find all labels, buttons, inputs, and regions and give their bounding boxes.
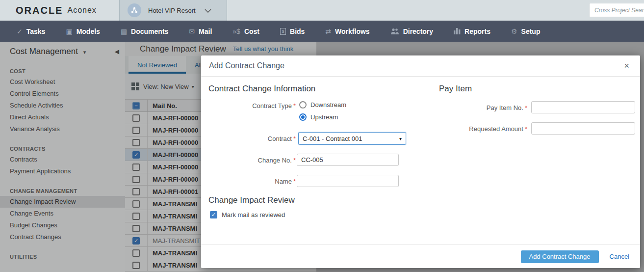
nav-reports[interactable]: Reports bbox=[454, 27, 490, 35]
label-text: Change No. bbox=[258, 157, 292, 164]
contract-type-label: Contract Type* bbox=[205, 102, 296, 109]
contract-label: Contract* bbox=[205, 135, 296, 142]
main-nav: ✓ Tasks ▣ Models ▤ Documents ✉ Mail »$ C… bbox=[0, 21, 644, 42]
pay-item-no-input[interactable] bbox=[531, 101, 635, 113]
nav-label: Mail bbox=[199, 27, 212, 35]
nav-label: Bids bbox=[290, 27, 305, 35]
label-text: Contract bbox=[268, 135, 292, 142]
nav-label: Workflows bbox=[335, 27, 370, 35]
app-header: ORACLE Aconex Hotel VIP Resort bbox=[0, 0, 644, 21]
required-marker: * bbox=[293, 135, 296, 142]
document-icon: ▤ bbox=[121, 28, 127, 35]
gear-icon: ⚙ bbox=[511, 28, 517, 35]
check-icon: ✓ bbox=[17, 28, 23, 35]
mail-icon: ✉ bbox=[189, 28, 195, 35]
radio-downstream[interactable]: Downstream bbox=[299, 101, 346, 109]
cube-icon: ▣ bbox=[66, 28, 72, 35]
requested-amount-input[interactable] bbox=[531, 122, 635, 135]
checkbox-label: Mark mail as reviewed bbox=[222, 211, 285, 218]
share-network-icon bbox=[130, 6, 138, 14]
required-marker: * bbox=[293, 178, 296, 185]
radio-selected-icon bbox=[299, 113, 307, 121]
content-area: Cost Management ▾ ◀ COST Cost Worksheet … bbox=[0, 42, 644, 272]
mark-mail-as-reviewed-checkbox[interactable]: ✓ Mark mail as reviewed bbox=[210, 211, 285, 218]
nav-models[interactable]: ▣ Models bbox=[66, 27, 100, 35]
nav-setup[interactable]: ⚙ Setup bbox=[511, 27, 540, 35]
project-name: Hotel VIP Resort bbox=[148, 7, 196, 14]
add-contract-change-button[interactable]: Add Contract Change bbox=[521, 250, 599, 263]
dialog-title: Add Contract Change bbox=[209, 61, 284, 70]
nav-directory[interactable]: Directory bbox=[390, 27, 433, 35]
selected-value: C-001 - Contract 001 bbox=[303, 135, 362, 142]
dialog-footer: Add Contract Change Cancel bbox=[201, 245, 640, 268]
required-marker: * bbox=[293, 157, 296, 164]
nav-label: Models bbox=[77, 27, 100, 35]
nav-label: Tasks bbox=[26, 27, 46, 35]
section-heading-contract-change-information: Contract Change Information bbox=[208, 84, 315, 94]
name-label: Name* bbox=[205, 178, 296, 185]
change-no-label: Change No.* bbox=[205, 157, 296, 164]
nav-label: Documents bbox=[131, 27, 168, 35]
project-selector[interactable]: Hotel VIP Resort bbox=[119, 0, 227, 21]
chevron-down-icon bbox=[205, 6, 211, 15]
change-no-input[interactable] bbox=[297, 154, 399, 166]
section-heading-pay-item: Pay Item bbox=[439, 84, 472, 94]
nav-cost[interactable]: »$ Cost bbox=[232, 27, 259, 35]
radio-label: Downstream bbox=[310, 101, 346, 109]
cancel-link[interactable]: Cancel bbox=[610, 253, 629, 260]
product-name: Aconex bbox=[67, 6, 96, 15]
add-contract-change-dialog: Add Contract Change × Contract Change In… bbox=[201, 55, 640, 268]
close-icon[interactable]: × bbox=[621, 61, 632, 71]
label-text: Requested Amount bbox=[469, 125, 523, 133]
pay-item-no-label: Pay Item No.* bbox=[437, 104, 527, 111]
cross-project-search-input[interactable] bbox=[589, 3, 644, 17]
requested-amount-label: Requested Amount* bbox=[437, 125, 527, 133]
nav-documents[interactable]: ▤ Documents bbox=[121, 27, 168, 35]
label-text: Contract Type bbox=[252, 102, 292, 109]
name-input[interactable] bbox=[297, 175, 399, 187]
nav-bids[interactable]: $ Bids bbox=[280, 27, 305, 35]
nav-label: Directory bbox=[403, 27, 433, 35]
nav-workflows[interactable]: ⇄ Workflows bbox=[325, 27, 369, 35]
nav-label: Setup bbox=[521, 27, 541, 35]
directory-icon bbox=[390, 28, 399, 34]
reports-icon bbox=[454, 28, 461, 34]
nav-mail[interactable]: ✉ Mail bbox=[189, 27, 212, 35]
cost-icon: »$ bbox=[232, 28, 240, 35]
nav-tasks[interactable]: ✓ Tasks bbox=[17, 27, 45, 35]
section-heading-change-impact-review: Change Impact Review bbox=[208, 195, 295, 205]
bids-icon: $ bbox=[280, 28, 286, 35]
project-avatar bbox=[128, 3, 141, 17]
dialog-header: Add Contract Change × bbox=[201, 55, 640, 77]
nav-label: Reports bbox=[464, 27, 490, 35]
checkbox-checked-icon: ✓ bbox=[210, 211, 217, 218]
radio-icon bbox=[299, 101, 307, 109]
workflows-icon: ⇄ bbox=[325, 28, 331, 35]
required-marker: * bbox=[293, 102, 296, 109]
nav-label: Cost bbox=[244, 27, 259, 35]
caret-down-icon: ▾ bbox=[399, 136, 402, 141]
radio-label: Upstream bbox=[310, 113, 338, 121]
required-marker: * bbox=[525, 125, 527, 133]
label-text: Name bbox=[275, 178, 292, 185]
label-text: Pay Item No. bbox=[487, 104, 523, 111]
brand-logo: ORACLE Aconex bbox=[16, 0, 97, 21]
contract-select[interactable]: C-001 - Contract 001 ▾ bbox=[298, 132, 406, 145]
required-marker: * bbox=[525, 104, 527, 111]
oracle-logo: ORACLE bbox=[16, 5, 63, 16]
radio-upstream[interactable]: Upstream bbox=[299, 113, 338, 121]
